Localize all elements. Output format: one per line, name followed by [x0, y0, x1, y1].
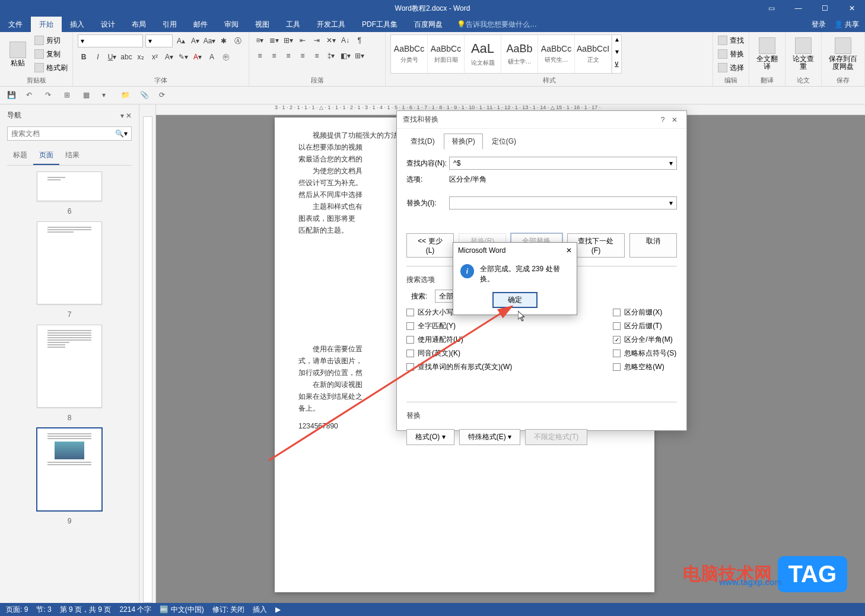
dtab-goto[interactable]: 定位(G)	[484, 134, 524, 150]
close-icon[interactable]: ✕	[838, 0, 865, 17]
status-lang[interactable]: 🔤 中文(中国)	[160, 605, 203, 615]
dialog-close-icon[interactable]: ✕	[669, 116, 680, 124]
replace-input[interactable]: ▾	[449, 196, 677, 209]
tab-design[interactable]: 设计	[93, 17, 123, 32]
borders-icon[interactable]: ⊞▾	[354, 50, 365, 62]
qat-grid-icon[interactable]: ▦	[83, 91, 93, 100]
shrink-font-icon[interactable]: A▾	[189, 35, 201, 47]
distributed-icon[interactable]: ≡	[311, 50, 323, 62]
italic-icon[interactable]: I	[92, 51, 104, 63]
sort-icon[interactable]: A↓	[339, 34, 351, 46]
select-button[interactable]: 选择	[718, 62, 744, 74]
find-button[interactable]: 查找	[718, 34, 744, 46]
nav-dropdown-icon[interactable]: ▾	[120, 112, 124, 120]
qat-table-icon[interactable]: ⊞	[64, 91, 74, 100]
text-effects-icon[interactable]: A▾	[163, 51, 175, 63]
special-button[interactable]: 特殊格式(E) ▾	[459, 429, 520, 445]
enclose-icon[interactable]: ㊥	[220, 51, 232, 63]
style-item-4[interactable]: AaBbCc研究生…	[538, 35, 575, 73]
qat-down-icon[interactable]: ▾	[102, 91, 112, 100]
qat-sync-icon[interactable]: ⟳	[159, 91, 168, 100]
style-item-2[interactable]: AaL论文标题	[465, 35, 501, 73]
status-words[interactable]: 2214 个字	[119, 605, 151, 615]
chevron-down-icon[interactable]: ▾	[669, 199, 673, 207]
thumb-8[interactable]	[37, 325, 102, 408]
change-case-icon[interactable]: Aa▾	[203, 35, 215, 47]
font-size-select[interactable]: ▾	[145, 34, 173, 47]
ribbon-options-icon[interactable]: ▭	[758, 0, 785, 17]
vertical-ruler[interactable]	[143, 116, 152, 603]
nav-close-icon[interactable]: ✕	[126, 112, 132, 120]
align-right-icon[interactable]: ≡	[282, 50, 294, 62]
strike-icon[interactable]: abc	[120, 51, 132, 63]
chk-ignore-space[interactable]: 忽略空格(W)	[613, 362, 676, 372]
status-section[interactable]: 节: 3	[36, 605, 51, 615]
thumb-9[interactable]	[37, 428, 102, 511]
tab-baidu[interactable]: 百度网盘	[406, 17, 451, 32]
tab-tools[interactable]: 工具	[278, 17, 309, 32]
replace-button[interactable]: 替换	[718, 48, 744, 60]
dtab-find[interactable]: 查找(D)	[403, 134, 443, 150]
increase-indent-icon[interactable]: ⇥	[311, 34, 323, 46]
login-button[interactable]: 登录	[812, 20, 826, 30]
shading-icon[interactable]: ◧▾	[339, 50, 351, 62]
dialog-help-icon[interactable]: ?	[657, 116, 669, 124]
tab-home[interactable]: 开始	[31, 17, 62, 32]
nav-tab-headings[interactable]: 标题	[7, 147, 33, 165]
bullets-icon[interactable]: ≡▾	[254, 34, 266, 46]
msgbox-titlebar[interactable]: Microsoft Word ✕	[453, 243, 577, 258]
share-button[interactable]: 👤 共享	[834, 20, 859, 30]
msgbox-close-icon[interactable]: ✕	[566, 246, 572, 255]
tab-review[interactable]: 审阅	[216, 17, 247, 32]
translate-button[interactable]: 全文翻译	[754, 34, 780, 74]
chk-prefix[interactable]: 区分前缀(X)	[613, 307, 676, 317]
nav-search-input[interactable]	[11, 129, 115, 138]
grow-font-icon[interactable]: A▴	[175, 35, 187, 47]
styles-scroll[interactable]: ▴▾⊻	[612, 35, 621, 73]
chk-word-forms[interactable]: 查找单词的所有形式(英文)(W)	[406, 362, 512, 372]
tab-pdf[interactable]: PDF工具集	[354, 17, 406, 32]
chk-fullhalf[interactable]: ✓区分全/半角(M)	[613, 335, 676, 345]
minimize-icon[interactable]: ―	[785, 0, 812, 17]
chevron-down-icon[interactable]: ▾	[669, 159, 673, 167]
subscript-icon[interactable]: x₂	[135, 51, 147, 63]
qat-save-icon[interactable]: 💾	[7, 91, 17, 100]
font-color-icon[interactable]: A▾	[192, 51, 203, 63]
status-page[interactable]: 页面: 9	[6, 605, 28, 615]
chk-suffix[interactable]: 区分后缀(T)	[613, 321, 676, 331]
chk-wildcards[interactable]: 使用通配符(U)	[406, 335, 512, 345]
dialog-titlebar[interactable]: 查找和替换 ? ✕	[397, 111, 686, 129]
paste-button[interactable]: 粘贴	[5, 34, 31, 74]
status-insert[interactable]: 插入	[253, 605, 267, 615]
style-item-5[interactable]: AaBbCcI正文	[575, 35, 612, 73]
show-marks-icon[interactable]: ¶	[354, 34, 365, 46]
nav-tab-pages[interactable]: 页面	[33, 147, 59, 165]
underline-icon[interactable]: U▾	[106, 51, 118, 63]
format-painter-button[interactable]: 格式刷	[34, 62, 68, 74]
styles-gallery[interactable]: AaBbCc分类号 AaBbCc封面日期 AaL论文标题 AaBb硕士学… Aa…	[390, 34, 622, 74]
dtab-replace[interactable]: 替换(P)	[444, 134, 483, 150]
align-center-icon[interactable]: ≡	[268, 50, 280, 62]
paper-check-button[interactable]: 论文查重	[790, 34, 816, 74]
status-pages[interactable]: 第 9 页，共 9 页	[60, 605, 112, 615]
tab-file[interactable]: 文件	[0, 17, 31, 32]
phonetic-icon[interactable]: ✱	[218, 35, 230, 47]
char-shading-icon[interactable]: A	[206, 51, 218, 63]
tab-view[interactable]: 视图	[247, 17, 278, 32]
style-item-3[interactable]: AaBb硕士学…	[501, 35, 538, 73]
format-button[interactable]: 格式(O) ▾	[406, 429, 454, 445]
decrease-indent-icon[interactable]: ⇤	[297, 34, 309, 46]
qat-attach-icon[interactable]: 📎	[140, 91, 150, 100]
asian-layout-icon[interactable]: ✕▾	[325, 34, 337, 46]
style-item-1[interactable]: AaBbCc封面日期	[428, 35, 465, 73]
tab-references[interactable]: 引用	[154, 17, 185, 32]
save-baidu-button[interactable]: 保存到百度网盘	[826, 34, 860, 74]
font-family-select[interactable]: ▾	[78, 34, 143, 47]
style-item-0[interactable]: AaBbCc分类号	[391, 35, 428, 73]
tab-layout[interactable]: 布局	[123, 17, 154, 32]
chk-sounds-like[interactable]: 同音(英文)(K)	[406, 348, 512, 358]
chk-ignore-punct[interactable]: 忽略标点符号(S)	[613, 348, 676, 358]
align-left-icon[interactable]: ≡	[254, 50, 266, 62]
cancel-button[interactable]: 取消	[629, 233, 677, 258]
tab-developer[interactable]: 开发工具	[309, 17, 354, 32]
